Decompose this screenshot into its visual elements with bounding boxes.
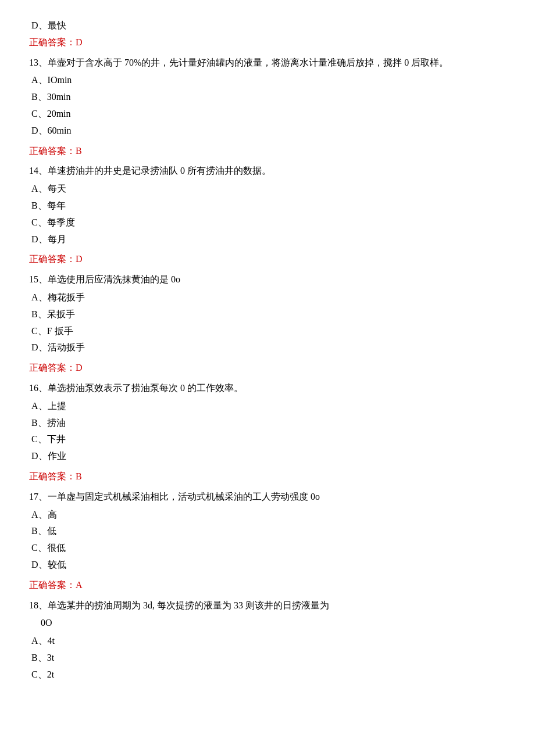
answer-value-q12: D (76, 37, 83, 47)
question-13-option-c: C、20min (29, 106, 506, 123)
answer-prefix-q13: 正确答案： (29, 146, 76, 156)
question-17: 17、一单虚与固定式机械采油相比，活动式机械采油的工人劳动强度 0o A、高 B… (29, 489, 506, 574)
answer-prefix-q14: 正确答案： (29, 254, 76, 264)
page-content: D、最快 正确答案：D 13、单壸对于含水高于 70%的井，先计量好油罐内的液量… (29, 17, 506, 683)
question-14-option-b: B、每年 (29, 198, 506, 214)
question-18-option-b: B、3t (29, 650, 506, 667)
answer-prefix-q12: 正确答案： (29, 37, 76, 47)
question-13-option-d: D、60min (29, 123, 506, 139)
answer-q17: 正确答案：A (29, 577, 506, 594)
question-16-option-c: C、下井 (29, 431, 506, 448)
answer-value-q13: B (76, 146, 82, 156)
question-13-text: 13、单壸对于含水高于 70%的井，先计量好油罐内的液量，将游离水计量准确后放掉… (29, 55, 506, 71)
question-18-option-c: C、2t (29, 667, 506, 683)
question-18-option-a: A、4t (29, 633, 506, 650)
question-14-option-d: D、每月 (29, 231, 506, 248)
answer-q12: 正确答案：D (29, 34, 506, 51)
question-13-option-a: A、IOmin (29, 72, 506, 89)
question-14-option-a: A、每天 (29, 181, 506, 198)
answer-prefix-q16: 正确答案： (29, 471, 76, 481)
question-16-option-b: B、捞油 (29, 415, 506, 432)
answer-prefix-q17: 正确答案： (29, 580, 76, 590)
question-18-text-cont: 0O (29, 615, 506, 632)
answer-q13: 正确答案：B (29, 143, 506, 160)
question-15-option-c: C、F 扳手 (29, 323, 506, 340)
question-17-text: 17、一单虚与固定式机械采油相比，活动式机械采油的工人劳动强度 0o (29, 489, 506, 506)
question-16: 16、单选捞油泵效表示了捞油泵每次 0 的工作效率。 A、上提 B、捞油 C、下… (29, 380, 506, 465)
answer-value-q17: A (76, 580, 83, 590)
question-17-option-a: A、高 (29, 507, 506, 524)
question-16-text: 16、单选捞油泵效表示了捞油泵每次 0 的工作效率。 (29, 380, 506, 397)
question-17-option-d: D、较低 (29, 557, 506, 574)
answer-prefix-q15: 正确答案： (29, 363, 76, 372)
answer-q14: 正确答案：D (29, 251, 506, 268)
question-14-text: 14、单速捞油井的井史是记录捞油队 0 所有捞油井的数据。 (29, 163, 506, 180)
question-15-option-d: D、活动扳手 (29, 339, 506, 356)
answer-value-q15: D (76, 363, 83, 372)
question-15-text: 15、单选使用后应清洗抹黄油的是 0o (29, 271, 506, 288)
question-15: 15、单选使用后应清洗抹黄油的是 0o A、梅花扳手 B、呆扳手 C、F 扳手 … (29, 271, 506, 356)
question-18-text: 18、单选某井的捞油周期为 3d, 每次提捞的液量为 33 则该井的日捞液量为 (29, 597, 506, 614)
question-15-option-a: A、梅花扳手 (29, 289, 506, 306)
question-18: 18、单选某井的捞油周期为 3d, 每次提捞的液量为 33 则该井的日捞液量为 … (29, 597, 506, 683)
question-15-option-b: B、呆扳手 (29, 306, 506, 323)
answer-q16: 正确答案：B (29, 468, 506, 485)
question-14-option-c: C、每季度 (29, 214, 506, 231)
question-16-option-d: D、作业 (29, 448, 506, 465)
option-d-fastest: D、最快 (29, 17, 506, 34)
question-14: 14、单速捞油井的井史是记录捞油队 0 所有捞油井的数据。 A、每天 B、每年 … (29, 163, 506, 248)
answer-value-q16: B (76, 471, 82, 481)
answer-value-q14: D (76, 254, 83, 264)
question-13: 13、单壸对于含水高于 70%的井，先计量好油罐内的液量，将游离水计量准确后放掉… (29, 55, 506, 139)
question-16-option-a: A、上提 (29, 398, 506, 415)
question-17-option-b: B、低 (29, 523, 506, 540)
question-13-option-b: B、30min (29, 89, 506, 106)
question-17-option-c: C、很低 (29, 540, 506, 557)
answer-q15: 正确答案：D (29, 360, 506, 377)
